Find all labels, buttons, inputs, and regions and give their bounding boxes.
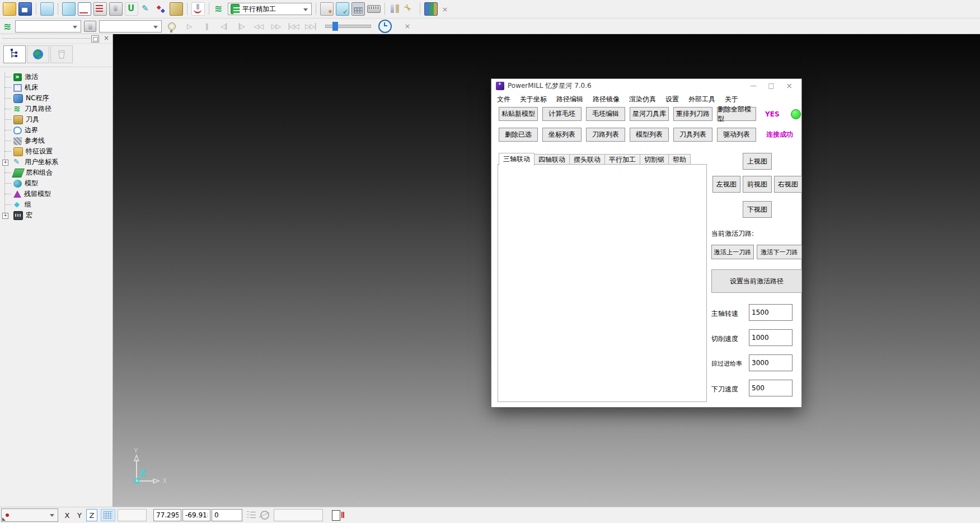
grid-size-field[interactable] [118, 509, 147, 521]
view-right-button[interactable]: 右视图 [774, 176, 802, 193]
maximize-button[interactable]: □ [762, 82, 780, 90]
library-icon[interactable] [424, 2, 438, 16]
view-bottom-button[interactable]: 下视图 [743, 201, 772, 218]
step-back-button[interactable]: ◁| [217, 22, 231, 30]
calculator-icon[interactable] [351, 2, 365, 16]
spindle-speed-input[interactable] [749, 304, 793, 321]
print-icon[interactable] [40, 2, 54, 16]
model-list-button[interactable]: 模型列表 [630, 128, 669, 142]
coord-x-field[interactable] [153, 509, 181, 521]
expand-icon[interactable]: + [2, 160, 8, 166]
sim-toolbar-close-icon[interactable]: × [402, 22, 412, 30]
tab-explorer-tree[interactable] [3, 45, 26, 63]
cut-icon[interactable] [404, 3, 416, 15]
save-project-icon[interactable] [18, 2, 32, 16]
toolpath-edit-icon[interactable] [93, 2, 107, 16]
play-button[interactable]: ▷ [182, 22, 196, 30]
paste-model-button[interactable]: 粘贴新模型 [499, 107, 538, 121]
grid-toggle-button[interactable] [101, 509, 115, 521]
doc-pause-icon[interactable] [332, 510, 340, 521]
coord-list-button[interactable]: 坐标列表 [542, 128, 582, 142]
pause-button[interactable]: ∥ [199, 22, 214, 30]
tree-item-groups[interactable]: 组 [2, 199, 112, 210]
minimize-button[interactable]: — [744, 82, 762, 90]
feed-rate-icon[interactable] [78, 2, 91, 16]
menu-path-mirror[interactable]: 路径镜像 [593, 95, 620, 104]
float-panel-icon[interactable] [91, 35, 99, 43]
view-front-button[interactable]: 前视图 [743, 176, 772, 193]
tree-item-stock-models[interactable]: 残留模型 [2, 189, 112, 199]
coord-z-field[interactable] [212, 509, 242, 521]
to-start-button[interactable]: |◁◁ [286, 22, 301, 30]
coord-y-field[interactable] [182, 509, 210, 521]
activate-next-toolpath-button[interactable]: 激活下一刀路 [757, 245, 802, 259]
expand-icon[interactable]: + [2, 213, 8, 219]
tree-item-activate[interactable]: 激活 [2, 72, 112, 82]
menu-ext-tools[interactable]: 外部工具 [688, 95, 715, 104]
simulation-icon[interactable] [191, 2, 205, 16]
sim-toolpath-dropdown[interactable] [15, 20, 81, 32]
tree-item-levels[interactable]: 层和组合 [2, 167, 112, 178]
axis-z-button[interactable]: Z [86, 509, 97, 521]
grab-handle[interactable] [2, 38, 90, 39]
tool-list-button[interactable]: 刀具列表 [673, 128, 712, 142]
edit-block-button[interactable]: 毛坯编辑 [586, 107, 625, 121]
menu-settings[interactable]: 设置 [665, 95, 679, 104]
menu-render-sim[interactable]: 渲染仿真 [629, 95, 656, 104]
collision-check-icon[interactable] [320, 2, 334, 16]
tree-item-workplanes[interactable]: + 用户坐标系 [2, 157, 112, 167]
boundary-icon[interactable] [125, 2, 138, 16]
cut-speed-input[interactable] [749, 329, 793, 346]
view-top-button[interactable]: 上视图 [743, 153, 772, 170]
close-panel-icon[interactable]: × [104, 34, 109, 42]
tree-item-tools[interactable]: 刀具 [2, 114, 112, 125]
axis-y-button[interactable]: Y [74, 509, 85, 521]
block-icon[interactable] [62, 2, 76, 16]
tool-icon[interactable] [109, 2, 123, 16]
activate-prev-toolpath-button[interactable]: 激活上一刀路 [711, 245, 754, 259]
menu-about[interactable]: 关于 [725, 95, 738, 104]
step-fwd-button[interactable]: |▷ [234, 22, 248, 30]
tree-item-boundaries[interactable]: 边界 [2, 125, 112, 136]
view-selector-dropdown[interactable] [1, 508, 58, 522]
tab-explorer-trash[interactable] [50, 45, 73, 63]
delete-all-models-button[interactable]: 删除全部模型 [717, 107, 756, 121]
toolpath-list-button[interactable]: 刀路列表 [586, 128, 625, 142]
menu-coords[interactable]: 关于坐标 [520, 95, 547, 104]
view-left-button[interactable]: 左视图 [712, 176, 740, 193]
speed-slider[interactable] [325, 25, 371, 28]
rewind-button[interactable]: ◁◁ [251, 22, 266, 30]
measure-icon[interactable] [367, 5, 381, 13]
tree-item-patterns[interactable]: 参考线 [2, 136, 112, 146]
feature-set-icon[interactable] [170, 2, 183, 16]
skim-feed-input[interactable] [749, 354, 793, 371]
plunge-speed-input[interactable] [749, 380, 793, 396]
strategy-dropdown[interactable]: 平行精加工 [228, 3, 312, 15]
tree-item-macros[interactable]: + 宏 [2, 210, 112, 221]
tab-explorer-web[interactable] [27, 45, 49, 63]
menu-path-edit[interactable]: 路径编辑 [556, 95, 583, 104]
axis-x-button[interactable]: X [62, 509, 73, 521]
points-icon[interactable] [155, 3, 167, 15]
tree-item-nc-programs[interactable]: NC程序 [2, 93, 112, 104]
delete-selected-button[interactable]: 删除已选 [499, 128, 538, 142]
rearrange-toolpaths-button[interactable]: 重排列刀路 [673, 107, 712, 121]
drive-list-button[interactable]: 驱动列表 [717, 128, 756, 142]
sim-tool-dropdown[interactable] [99, 20, 162, 32]
tree-item-feature-sets[interactable]: 特征设置 [2, 146, 112, 157]
tool-pair-icon[interactable] [389, 3, 401, 15]
tool-library-button[interactable]: 星河刀具库 [630, 107, 669, 121]
toolbar-close-icon[interactable]: × [440, 5, 450, 13]
menu-file[interactable]: 文件 [497, 95, 510, 104]
clock-icon[interactable] [378, 20, 392, 33]
close-button[interactable]: × [780, 81, 798, 90]
forward-button[interactable]: ▷▷ [269, 22, 283, 30]
calc-block-button[interactable]: 计算毛坯 [542, 107, 582, 121]
set-active-path-button[interactable]: 设置当前激活路径 [711, 269, 802, 293]
lightbulb-icon[interactable] [168, 22, 176, 30]
tree-item-models[interactable]: 模型 [2, 178, 112, 189]
tree-item-toolpaths[interactable]: 刀具路径 [2, 104, 112, 114]
pattern-icon[interactable] [140, 3, 153, 15]
slider-handle[interactable] [332, 22, 338, 31]
tree-item-machine[interactable]: 机床 [2, 82, 112, 93]
